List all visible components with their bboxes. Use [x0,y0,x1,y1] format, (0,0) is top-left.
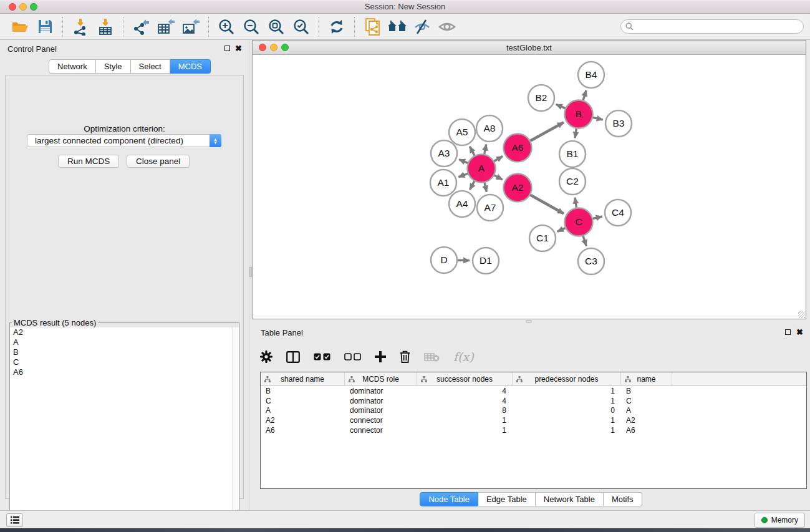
graph-node-A5[interactable]: A5 [449,119,475,145]
table-float-panel-icon[interactable] [785,329,791,335]
cell-shared-name[interactable]: A2 [261,416,345,426]
cell-successor-nodes[interactable]: 1 [417,426,513,436]
import-table-icon[interactable] [93,16,118,38]
edge-B-B1[interactable] [575,128,576,138]
edge-A-A6[interactable] [494,157,503,162]
duplicate-network-icon[interactable] [360,16,385,38]
select-none-unchecked-icon[interactable] [344,353,361,360]
window-resize-grip[interactable] [798,311,805,318]
cell-successor-nodes[interactable]: 4 [417,387,513,397]
cell-name[interactable]: B [621,387,672,397]
export-network-icon[interactable] [128,16,153,38]
graph-node-A8[interactable]: A8 [476,115,503,142]
mcds-result-item[interactable]: B [10,347,239,357]
tab-select[interactable]: Select [131,59,170,74]
graph-node-A2[interactable]: A2 [504,174,532,202]
cell-MCDS-role[interactable]: dominator [345,406,417,416]
mcds-result-item[interactable]: A2 [10,327,239,337]
graph-node-C3[interactable]: C3 [578,248,604,274]
cell-MCDS-role[interactable]: dominator [345,397,417,407]
home-panels-icon[interactable] [385,16,410,38]
import-network-icon[interactable] [68,16,93,38]
edge-C-C2[interactable] [575,198,576,208]
refresh-layout-icon[interactable] [324,16,349,38]
graph-node-B3[interactable]: B3 [605,110,632,137]
float-panel-icon[interactable] [224,46,230,51]
zoom-selected-icon[interactable] [289,16,314,38]
edge-C-C4[interactable] [593,216,602,219]
export-image-icon[interactable] [178,16,203,38]
cell-name[interactable]: C [621,397,672,407]
search-box[interactable] [620,19,804,34]
cell-shared-name[interactable]: A [261,406,345,416]
cell-shared-name[interactable]: B [261,387,345,397]
graph-node-A1[interactable]: A1 [430,170,456,196]
table-row[interactable]: Cdominator41C [261,397,806,407]
graph-node-C[interactable]: C [565,208,593,236]
tab-style[interactable]: Style [96,59,131,74]
network-graph[interactable]: B4B2BB3A8A5A6A3B1AA1C2A2A4A7C4CC1C3DD1 [253,55,806,319]
column-header-name[interactable]: name [621,372,672,386]
cell-shared-name[interactable]: C [261,397,345,407]
save-icon[interactable] [32,16,57,38]
column-header-predecessor-nodes[interactable]: predecessor nodes [513,372,621,386]
tab-node-table[interactable]: Node Table [420,492,478,506]
tab-mcds[interactable]: MCDS [170,59,211,74]
table-close-panel-icon[interactable]: ✖ [796,327,803,337]
cell-predecessor-nodes[interactable]: 1 [513,426,621,436]
result-list-scrollbar[interactable] [232,327,239,531]
graph-node-D[interactable]: D [431,247,457,273]
search-input[interactable] [637,22,793,31]
table-row[interactable]: Adominator80A [261,406,806,416]
delete-column-icon[interactable] [400,351,410,363]
graph-node-C2[interactable]: C2 [559,168,586,195]
graph-node-C1[interactable]: C1 [529,225,556,251]
column-icon[interactable] [286,351,300,363]
close-panel-button[interactable]: Close panel [127,155,190,168]
run-mcds-button[interactable]: Run MCDS [58,155,119,168]
column-header-MCDS-role[interactable]: MCDS role [345,372,417,386]
edge-A-A3[interactable] [459,160,468,163]
export-table-icon[interactable] [153,16,178,38]
edge-C-C1[interactable] [557,228,566,232]
graph-node-B1[interactable]: B1 [559,141,586,167]
edge-A-A4[interactable] [470,181,474,190]
cell-name[interactable]: A2 [621,416,672,426]
tab-network-table[interactable]: Network Table [536,492,604,506]
edge-C-C3[interactable] [583,236,586,246]
edge-A6-B[interactable] [531,122,564,140]
optimization-criterion-select[interactable]: largest connected component (directed) ▲… [27,134,221,147]
status-menu-button[interactable] [6,513,23,527]
column-header-shared-name[interactable]: shared name [261,372,345,386]
cell-predecessor-nodes[interactable]: 0 [513,406,621,416]
zoom-out-icon[interactable] [239,16,264,38]
tab-motifs[interactable]: Motifs [604,492,642,506]
zoom-in-icon[interactable] [214,16,239,38]
mcds-result-item[interactable]: A6 [10,367,239,377]
add-column-icon[interactable] [375,351,386,362]
edge-A-A7[interactable] [485,183,486,192]
close-panel-icon[interactable]: ✖ [235,44,242,53]
table-row[interactable]: A6connector11A6 [261,426,806,436]
graph-node-D1[interactable]: D1 [473,248,499,274]
graph-node-A4[interactable]: A4 [449,191,475,217]
edge-A2-C[interactable] [530,195,564,214]
edge-B-B2[interactable] [556,104,566,108]
table-row[interactable]: A2connector11A2 [261,416,806,426]
table-row[interactable]: Bdominator41B [261,387,806,397]
mcds-result-list[interactable]: A2ABCA6 [10,327,239,531]
horizontal-splitter-grip[interactable] [526,320,532,323]
tab-edge-table[interactable]: Edge Table [478,492,536,506]
graph-node-A3[interactable]: A3 [431,140,457,167]
edge-A-A8[interactable] [485,144,486,153]
cell-successor-nodes[interactable]: 4 [417,397,513,407]
edge-A-A5[interactable] [470,147,475,155]
cell-MCDS-role[interactable]: connector [345,416,417,426]
node-table[interactable]: shared nameMCDS rolesuccessor nodesprede… [260,372,807,489]
edge-A-A2[interactable] [494,175,503,180]
cell-shared-name[interactable]: A6 [261,426,345,436]
graph-node-A7[interactable]: A7 [477,195,503,221]
graph-node-A[interactable]: A [468,155,496,183]
graph-node-B4[interactable]: B4 [578,62,604,88]
cell-predecessor-nodes[interactable]: 1 [513,397,621,407]
